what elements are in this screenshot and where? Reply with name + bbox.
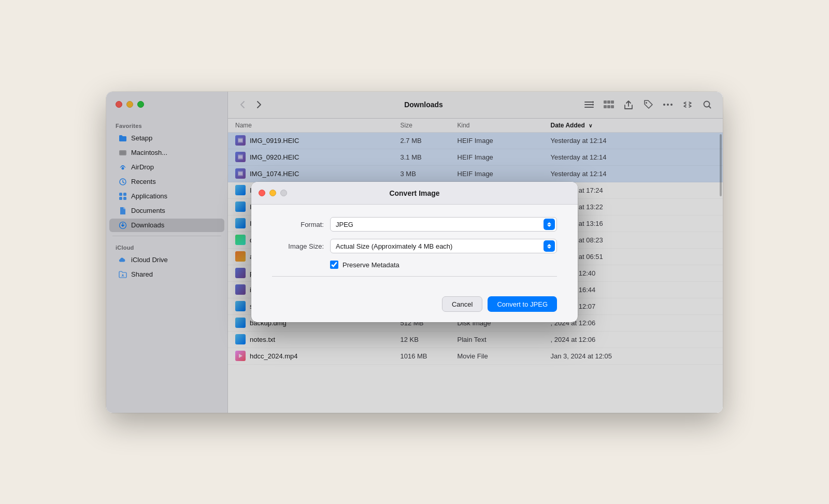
- preserve-metadata-checkbox[interactable]: [330, 261, 338, 269]
- image-size-label: Image Size:: [272, 242, 324, 250]
- dialog-divider: [272, 276, 557, 277]
- dialog-footer: Cancel Convert to JPEG: [251, 296, 578, 322]
- cancel-button[interactable]: Cancel: [442, 296, 482, 312]
- dialog-overlay: Convert Image Format: JPEG PNG HEIF TIFF: [106, 92, 723, 413]
- preserve-metadata-label: Preserve Metadata: [342, 261, 399, 269]
- dialog-traffic-lights: [259, 190, 287, 196]
- dialog-close-button[interactable]: [259, 190, 265, 196]
- dialog-titlebar: Convert Image: [251, 182, 578, 205]
- image-size-select[interactable]: Actual Size (Approximately 4 MB each) Sm…: [330, 239, 557, 253]
- image-size-field: Image Size: Actual Size (Approximately 4…: [272, 239, 557, 253]
- dialog-body: Format: JPEG PNG HEIF TIFF Image Size:: [251, 205, 578, 296]
- format-field: Format: JPEG PNG HEIF TIFF: [272, 217, 557, 232]
- preserve-metadata-row: Preserve Metadata: [330, 261, 557, 269]
- image-size-select-wrapper: Actual Size (Approximately 4 MB each) Sm…: [330, 239, 557, 253]
- dialog-title: Convert Image: [389, 189, 439, 197]
- convert-image-dialog: Convert Image Format: JPEG PNG HEIF TIFF: [251, 182, 578, 322]
- dialog-maximize-button: [280, 190, 287, 196]
- format-select-wrapper: JPEG PNG HEIF TIFF: [330, 217, 557, 232]
- convert-button[interactable]: Convert to JPEG: [488, 296, 557, 312]
- dialog-minimize-button[interactable]: [269, 190, 276, 196]
- format-label: Format:: [272, 221, 324, 228]
- finder-window: Favorites Setapp Macintosh...: [106, 92, 723, 413]
- format-select[interactable]: JPEG PNG HEIF TIFF: [330, 217, 557, 232]
